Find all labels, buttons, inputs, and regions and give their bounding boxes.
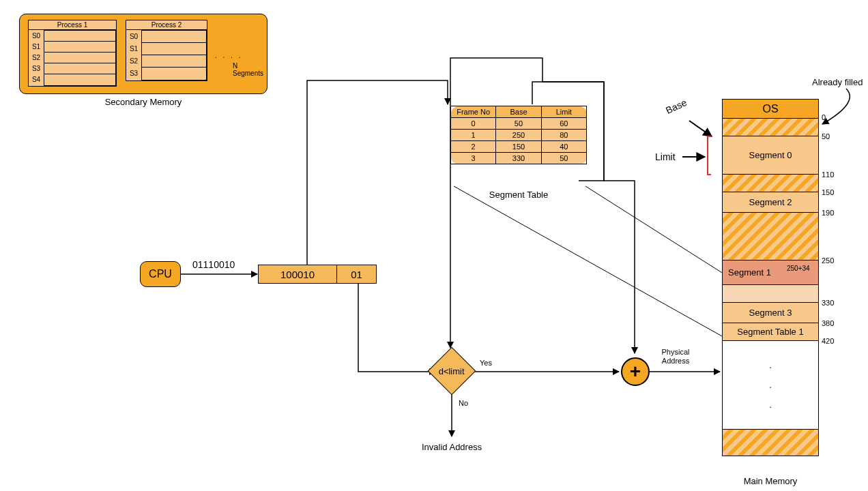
decision-no: No	[459, 399, 468, 407]
p2-s2-label: S2	[126, 55, 141, 67]
process2-table: S0 S1 S2 S3	[126, 30, 207, 80]
addr-420: 420	[822, 337, 834, 345]
process1-table: S0 S1 S2 S3 S4	[29, 30, 116, 86]
seg1-offset-label: 250+34	[787, 265, 810, 272]
cpu-bits: 01110010	[192, 259, 235, 270]
addr-110: 110	[822, 170, 834, 179]
decision-diamond: d<limit	[428, 347, 476, 395]
st-r0-c2: 60	[541, 118, 586, 130]
addr-380: 380	[822, 319, 834, 327]
mem-seg0: Segment 0	[723, 136, 818, 175]
addr-330: 330	[822, 299, 834, 307]
st-r2-c1: 150	[496, 141, 541, 153]
cpu-box: CPU	[140, 261, 181, 287]
addr-0: 0	[822, 113, 826, 121]
mem-seg3: Segment 3	[723, 303, 818, 323]
p1-s3-label: S3	[29, 63, 44, 74]
decision-yes: Yes	[480, 359, 492, 367]
logical-address-right: 01	[337, 265, 377, 284]
p2-s0-label: S0	[126, 30, 141, 42]
logical-address: 100010 01	[258, 265, 377, 284]
base-label: Base	[664, 97, 689, 116]
process1-title: Process 1	[29, 20, 116, 30]
p2-s3-label: S3	[126, 67, 141, 79]
p1-s2-label: S2	[29, 52, 44, 63]
p2-s1-label: S1	[126, 42, 141, 55]
mem-seg1-text: Segment 1	[728, 267, 771, 278]
n-segments-label: N Segments	[233, 62, 267, 77]
already-filled-label: Already filled	[812, 77, 863, 87]
svg-line-6	[454, 186, 722, 336]
st-r3-c1: 330	[496, 153, 541, 164]
secondary-memory-box: Process 1 S0 S1 S2 S3 S4 Process 2 S0	[19, 14, 267, 94]
st-r1-c1: 250	[496, 130, 541, 141]
secondary-memory-title: Secondary Memory	[19, 97, 267, 107]
st-r1-c0: 1	[451, 130, 496, 141]
st-r3-c0: 3	[451, 153, 496, 164]
logical-address-left: 100010	[258, 265, 337, 284]
mem-gap-2	[723, 175, 818, 192]
p1-s1-label: S1	[29, 41, 44, 52]
physical-address-label: Physical Address	[652, 348, 699, 366]
st-r2-c2: 40	[541, 141, 586, 153]
seg-header-base: Base	[496, 106, 541, 118]
mem-os: OS	[723, 100, 818, 119]
segment-table-title: Segment Table	[450, 190, 587, 200]
mem-gap-bottom	[723, 430, 818, 456]
seg-header-frame: Frame No	[451, 106, 496, 118]
addr-190: 190	[822, 209, 834, 217]
st-r0-c1: 50	[496, 118, 541, 130]
invalid-address-label: Invalid Address	[422, 442, 482, 452]
p1-s0-label: S0	[29, 30, 44, 41]
limit-label: Limit	[655, 151, 676, 162]
segment-table: Frame No Base Limit 05060 125080 215040 …	[450, 106, 587, 164]
adder-circle: +	[621, 357, 650, 386]
addr-150: 150	[822, 188, 834, 196]
mem-gap-1	[723, 119, 818, 136]
st-r0-c0: 0	[451, 118, 496, 130]
mem-segtable1: Segment Table 1	[723, 323, 818, 341]
mem-gap-3	[723, 213, 818, 261]
decision-cond: d<limit	[439, 366, 465, 376]
p1-s4-label: S4	[29, 74, 44, 85]
dots: . . . .	[215, 52, 242, 59]
process2-title: Process 2	[126, 20, 207, 30]
mem-seg2: Segment 2	[723, 192, 818, 213]
mem-dots: ...	[723, 341, 818, 430]
st-r1-c2: 80	[541, 130, 586, 141]
addr-250: 250	[822, 256, 834, 265]
svg-line-4	[689, 121, 712, 136]
seg-header-limit: Limit	[541, 106, 586, 118]
process1-box: Process 1 S0 S1 S2 S3 S4	[28, 20, 117, 87]
process2-box: Process 2 S0 S1 S2 S3	[126, 20, 207, 81]
mem-seg1-bottom	[723, 285, 818, 303]
st-r2-c0: 2	[451, 141, 496, 153]
st-r3-c2: 50	[541, 153, 586, 164]
addr-50: 50	[822, 132, 830, 140]
main-memory-title: Main Memory	[722, 476, 819, 486]
main-memory-column: OS Segment 0 Segment 2 Segment 1 Segment…	[722, 99, 819, 456]
